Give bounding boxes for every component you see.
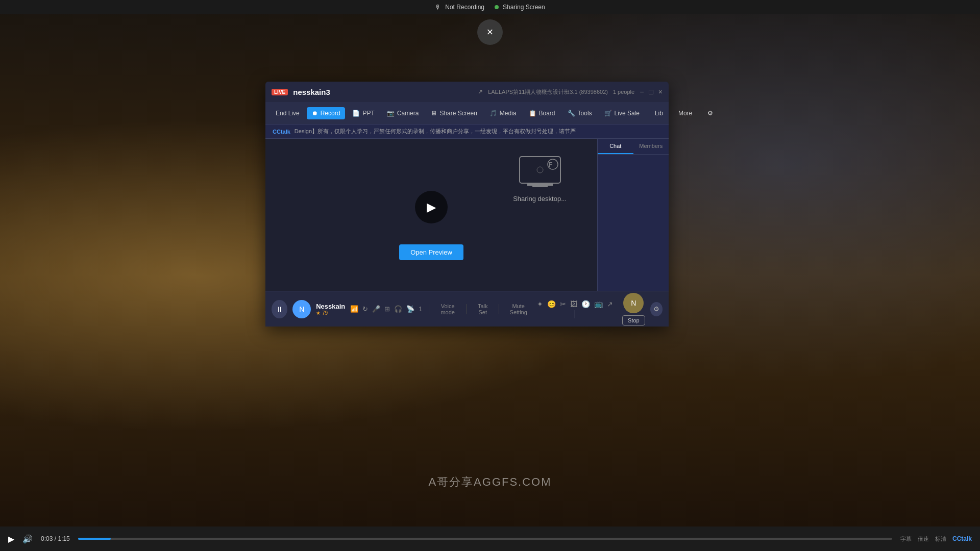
svg-rect-2: [532, 186, 548, 187]
image-action-icon[interactable]: 🖼: [570, 300, 577, 308]
chat-cursor: [575, 310, 575, 318]
screen-action-icon[interactable]: 📺: [594, 300, 603, 308]
signal-icon[interactable]: 📡: [406, 305, 414, 313]
media-button[interactable]: 🎵 Media: [484, 107, 522, 119]
speaker-bar: ⏸ N Nesskain ★ 79 📶 ↻ 🎤 ⊞ 🎧 📡 1 Voice mo…: [265, 291, 669, 327]
window-subtitle: LAELAPS第11期人物概念设计班3.1 (89398602): [488, 88, 608, 96]
headphone-icon[interactable]: 🎧: [394, 305, 402, 313]
divider: [429, 304, 429, 314]
more-button[interactable]: More: [672, 108, 698, 119]
mic-icon: 🎙: [435, 4, 441, 11]
end-live-button[interactable]: End Live: [271, 107, 305, 119]
player-icons: 字幕 倍速 标清 CCtalk: [900, 535, 972, 543]
svg-text:F: F: [549, 161, 552, 168]
mute-setting-button[interactable]: Mute Setting: [505, 302, 532, 316]
live-main-row: ▶ F Sharing desktop... Open Preview Chat: [265, 139, 669, 291]
tab-members[interactable]: Members: [633, 139, 669, 154]
refresh-icon[interactable]: ↻: [362, 305, 368, 313]
minimize-button[interactable]: −: [640, 88, 644, 96]
live-sale-icon: 🛒: [604, 110, 612, 117]
lib-button[interactable]: Lib: [649, 108, 669, 119]
count-icon: 1: [419, 305, 422, 313]
chat-tabs: Chat Members: [598, 139, 669, 155]
play-button[interactable]: ▶: [415, 191, 448, 223]
tab-chat[interactable]: Chat: [598, 139, 633, 154]
record-button[interactable]: ⏺ Record: [307, 107, 346, 119]
player-progress-bar[interactable]: [78, 538, 892, 540]
share-action-icon[interactable]: ↗: [607, 300, 613, 308]
mute-button[interactable]: ⏸: [272, 300, 287, 318]
recording-status: 🎙 Not Recording: [435, 4, 484, 11]
cut-action-icon[interactable]: ✂: [560, 300, 566, 308]
camera-icon: 📷: [387, 110, 395, 117]
sharing-screen-label: Sharing Screen: [503, 4, 545, 11]
svg-point-5: [537, 167, 543, 173]
settings-button[interactable]: ⚙: [701, 108, 719, 119]
sharing-dot: [495, 5, 499, 9]
board-button[interactable]: 📋 Board: [524, 107, 560, 119]
people-count: 1 people: [613, 89, 634, 95]
watermark: A哥分享AGGFS.COM: [428, 474, 551, 490]
talk-set-button[interactable]: Talk Set: [473, 302, 493, 316]
live-sale-button[interactable]: 🛒 Live Sale: [599, 107, 645, 119]
mic-speaker-icon[interactable]: 🎤: [372, 305, 380, 313]
speed-icon[interactable]: 倍速: [918, 535, 929, 543]
toolbar: End Live ⏺ Record 📄 PPT 📷 Camera 🖥 Share…: [265, 102, 669, 124]
voice-mode-button[interactable]: Voice mode: [435, 302, 460, 316]
mute-icon: ⏸: [276, 305, 283, 313]
tools-icon: 🔧: [568, 110, 575, 117]
live-window: LIVE nesskain3 ↗ LAELAPS第11期人物概念设计班3.1 (…: [265, 82, 669, 327]
record-label: Record: [321, 110, 340, 117]
wifi-icon[interactable]: 📶: [350, 305, 358, 313]
play-pause-button[interactable]: ▶: [8, 534, 14, 544]
share-screen-button[interactable]: 🖥 Share Screen: [426, 107, 482, 119]
window-title: nesskain3: [293, 88, 473, 96]
external-link-icon: ↗: [478, 88, 483, 95]
speaker-controls: 📶 ↻ 🎤 ⊞ 🎧 📡 1 Voice mode Talk Set Mute S…: [350, 302, 532, 316]
record-icon: ⏺: [312, 110, 318, 117]
star-action-icon[interactable]: ✦: [537, 300, 543, 308]
svg-rect-0: [520, 157, 560, 183]
sharing-status: Sharing Screen: [495, 4, 545, 11]
cctalk-player-logo: CCtalk: [952, 535, 972, 542]
window-controls: − □ ×: [640, 88, 663, 96]
open-preview-button[interactable]: Open Preview: [399, 244, 463, 260]
live-badge: LIVE: [272, 89, 288, 95]
notification-text: Design】所有，仅限个人学习，严禁任何形式的录制，传播和商户分享，一经发现，…: [295, 128, 576, 135]
emoji-action-icon[interactable]: 😊: [547, 300, 556, 308]
right-action-row-1: ✦ 😊 ✂ 🖼 🕐 📺 ↗: [537, 300, 613, 308]
maximize-button[interactable]: □: [649, 88, 653, 96]
toolbar-right: Lib More ⚙: [649, 108, 719, 119]
sharing-text: Sharing desktop...: [513, 195, 567, 203]
stop-button[interactable]: Stop: [622, 315, 645, 325]
divider3: [499, 304, 499, 314]
speaker-name: Nesskain: [316, 303, 345, 310]
notification-banner: CCtalk Design】所有，仅限个人学习，严禁任何形式的录制，传播和商户分…: [265, 124, 669, 139]
subtitle-icon[interactable]: 字幕: [900, 535, 912, 543]
volume-button[interactable]: 🔊: [22, 534, 33, 544]
cctalk-brand: CCtalk: [273, 129, 290, 135]
chat-panel: Chat Members: [597, 139, 669, 291]
player-bar: ▶ 🔊 0:03 / 1:15 字幕 倍速 标清 CCtalk: [0, 527, 980, 551]
current-time: 0:03 / 1:15: [41, 535, 70, 542]
definition-icon[interactable]: 标清: [935, 535, 946, 543]
speaker-stars: ★ 79: [316, 310, 345, 316]
not-recording-label: Not Recording: [445, 4, 484, 11]
close-overlay-button[interactable]: ×: [477, 19, 503, 45]
player-progress-fill: [78, 538, 111, 540]
svg-rect-1: [527, 183, 553, 186]
clock-action-icon[interactable]: 🕐: [581, 300, 590, 308]
live-content-area: ▶ F Sharing desktop... Open Preview: [265, 139, 597, 291]
window-close-button[interactable]: ×: [658, 88, 663, 96]
tools-button[interactable]: 🔧 Tools: [562, 107, 597, 119]
settings-circle-button[interactable]: ⚙: [650, 302, 663, 316]
camera-button[interactable]: 📷 Camera: [382, 107, 424, 119]
ppt-button[interactable]: 📄 PPT: [347, 107, 379, 119]
ppt-icon: 📄: [352, 110, 360, 117]
speaker-info: Nesskain ★ 79: [316, 303, 345, 316]
top-status-bar: 🎙 Not Recording Sharing Screen: [0, 0, 980, 14]
expand-icon[interactable]: ⊞: [384, 305, 390, 313]
close-overlay-icon: ×: [487, 26, 494, 39]
share-screen-icon: 🖥: [431, 110, 437, 117]
media-icon: 🎵: [489, 110, 497, 117]
